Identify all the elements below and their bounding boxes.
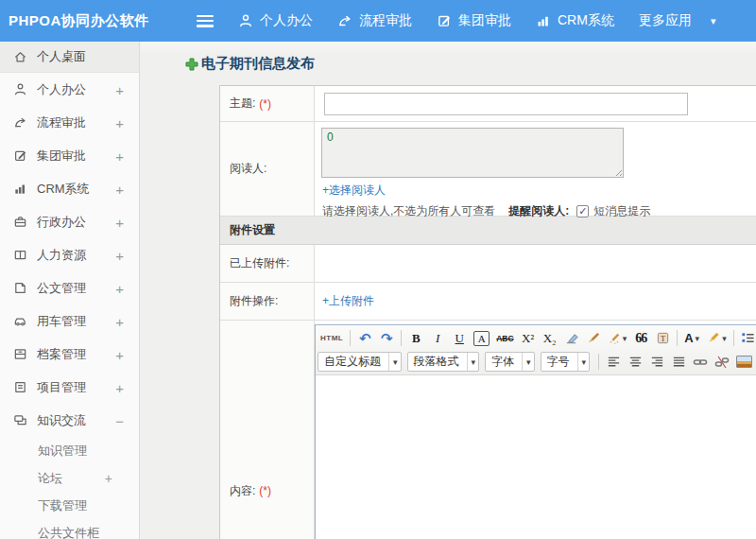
eraser-icon[interactable]	[561, 328, 582, 348]
sidebar-subitem-download-management[interactable]: 下载管理	[0, 492, 139, 519]
sidebar-subitem-knowledge-management[interactable]: 知识管理	[0, 437, 139, 464]
hamburger-menu-icon[interactable]	[197, 15, 214, 27]
sidebar-item-admin-office[interactable]: 行政办公 +	[0, 205, 139, 238]
expand-plus-icon[interactable]: +	[115, 247, 124, 263]
attachment-actions-row: 附件操作: +上传附件	[220, 283, 756, 321]
sidebar-item-group-approval[interactable]: 集团审批 +	[0, 139, 139, 172]
nav-crm-system[interactable]: CRM系统	[536, 12, 614, 29]
sms-checkbox[interactable]: ✓	[576, 205, 589, 217]
redo-icon[interactable]: ↷	[376, 328, 397, 348]
rich-text-editor: HTML ↶ ↷ B I U A ABC X² X₂	[315, 324, 756, 539]
sidebar-item-workflow-approval[interactable]: 流程审批 +	[0, 106, 139, 139]
editor-content-area[interactable]	[316, 375, 756, 539]
sidebar: 个人桌面 个人办公 + 流程审批 + 集团审批 + CRM系统 + 行政办公 +…	[0, 42, 140, 539]
sidebar-item-document-management[interactable]: 公文管理 +	[0, 271, 139, 304]
expand-plus-icon[interactable]: +	[115, 214, 124, 230]
sidebar-item-crm-system[interactable]: CRM系统 +	[0, 172, 139, 205]
blockquote-button[interactable]: 66	[630, 328, 651, 348]
chevron-down-icon: ▾	[696, 334, 700, 343]
undo-icon[interactable]: ↶	[354, 328, 375, 348]
insert-image-icon[interactable]	[736, 356, 752, 368]
expand-plus-icon[interactable]: +	[115, 81, 124, 97]
upload-attachment-link[interactable]: +上传附件	[322, 293, 374, 309]
sidebar-subitem-public-file-cabinet[interactable]: 公共文件柜	[0, 519, 139, 539]
sidebar-item-vehicle-management[interactable]: 用车管理 +	[0, 304, 139, 338]
font-family-select[interactable]: 字体▾	[485, 352, 535, 372]
home-icon	[13, 50, 27, 64]
superscript-button[interactable]: X²	[518, 328, 539, 348]
check-icon: ✓	[578, 205, 587, 217]
sidebar-item-human-resources[interactable]: 人力资源 +	[0, 238, 139, 271]
bar-chart-icon	[536, 13, 551, 28]
paste-from-word-icon[interactable]: T	[652, 328, 673, 348]
align-right-icon[interactable]	[646, 352, 667, 372]
font-color-button[interactable]: A▾	[681, 328, 702, 348]
align-center-icon[interactable]	[625, 352, 645, 372]
unlink-icon[interactable]	[712, 352, 732, 372]
document-icon	[13, 281, 27, 295]
archive-icon	[13, 347, 27, 361]
strikethrough-button[interactable]: ABC	[493, 328, 516, 348]
content-label: 内容: (*)	[220, 321, 315, 539]
nav-personal-office[interactable]: 个人办公	[238, 12, 313, 29]
format-brush-icon[interactable]	[583, 328, 604, 348]
html-source-button[interactable]: HTML	[318, 328, 346, 348]
nav-group-approval[interactable]: 集团审批	[437, 12, 511, 29]
book-icon	[13, 248, 27, 262]
attachment-section-header: 附件设置	[220, 217, 756, 245]
quick-format-icon[interactable]: ▾	[605, 328, 630, 348]
sidebar-subitem-label: 公共文件柜	[38, 525, 139, 539]
italic-button[interactable]: I	[427, 328, 448, 348]
font-style-button[interactable]: A	[473, 331, 490, 346]
toolbar-row-1: HTML ↶ ↷ B I U A ABC X² X₂	[318, 326, 756, 350]
readers-row: 阅读人: 0 +选择阅读人 请选择阅读人,不选为所有人可查看 提醒阅读人: ✓ …	[220, 122, 756, 217]
sms-label: 短消息提示	[593, 203, 650, 219]
font-size-select[interactable]: 字号▾	[541, 352, 591, 372]
chevron-down-icon[interactable]: ▾	[711, 16, 716, 26]
briefcase-icon	[13, 215, 27, 229]
sidebar-item-project-management[interactable]: 项目管理 +	[0, 371, 139, 404]
top-header: PHPOA协同办公软件 个人办公 流程审批 集团审批 CRM系统 更多应用 ▾	[0, 0, 756, 42]
expand-plus-icon[interactable]: +	[115, 379, 124, 395]
subject-input[interactable]	[324, 93, 688, 115]
expand-plus-icon[interactable]: +	[115, 346, 124, 362]
sidebar-item-archive-management[interactable]: 档案管理 +	[0, 338, 139, 371]
chevron-down-icon: ▾	[467, 353, 476, 371]
sidebar-subitem-label: 下载管理	[38, 497, 139, 514]
link-icon[interactable]	[690, 352, 711, 372]
subscript-button[interactable]: X₂	[540, 328, 560, 348]
expand-plus-icon[interactable]: +	[105, 471, 112, 486]
highlight-color-icon[interactable]: ▾	[703, 328, 730, 348]
bar-chart-icon	[13, 182, 27, 196]
readers-textarea[interactable]: 0	[321, 128, 624, 178]
align-justify-icon[interactable]	[668, 352, 689, 372]
expand-plus-icon[interactable]: +	[115, 181, 124, 197]
select-readers-link[interactable]: +选择阅读人	[322, 183, 386, 197]
resize-grip-icon[interactable]	[613, 167, 622, 176]
person-icon	[238, 13, 253, 28]
person-icon	[13, 82, 27, 96]
nav-more-apps[interactable]: 更多应用	[639, 12, 692, 29]
collapse-minus-icon[interactable]: −	[115, 412, 124, 428]
expand-plus-icon[interactable]: +	[115, 313, 124, 329]
sidebar-subitem-forum[interactable]: 论坛 +	[0, 464, 139, 492]
sidebar-item-personal-office[interactable]: 个人办公 +	[0, 73, 139, 106]
bold-button[interactable]: B	[405, 328, 426, 348]
paragraph-format-select[interactable]: 段落格式▾	[407, 352, 480, 372]
underline-button[interactable]: U	[449, 328, 470, 348]
custom-title-select[interactable]: 自定义标题▾	[318, 352, 402, 372]
expand-plus-icon[interactable]: +	[115, 114, 124, 130]
main-content: 电子期刊信息发布 主题: (*) 阅读人: 0 +选	[141, 42, 756, 539]
subject-label: 主题: (*)	[220, 86, 315, 121]
expand-plus-icon[interactable]: +	[115, 148, 124, 164]
ordered-list-icon[interactable]: ▾	[738, 328, 756, 348]
sidebar-item-knowledge-exchange[interactable]: 知识交流 −	[0, 404, 139, 437]
nav-workflow-approval[interactable]: 流程审批	[337, 12, 412, 29]
publish-form: 主题: (*) 阅读人: 0 +选择阅读人 请选择阅读人,不选	[219, 85, 756, 539]
workflow-icon	[337, 13, 352, 28]
required-mark: (*)	[259, 97, 271, 111]
align-left-icon[interactable]	[603, 352, 624, 372]
expand-plus-icon[interactable]: +	[115, 280, 124, 296]
sidebar-item-personal-desktop[interactable]: 个人桌面	[0, 42, 139, 73]
uploaded-attachments-value	[315, 245, 756, 282]
